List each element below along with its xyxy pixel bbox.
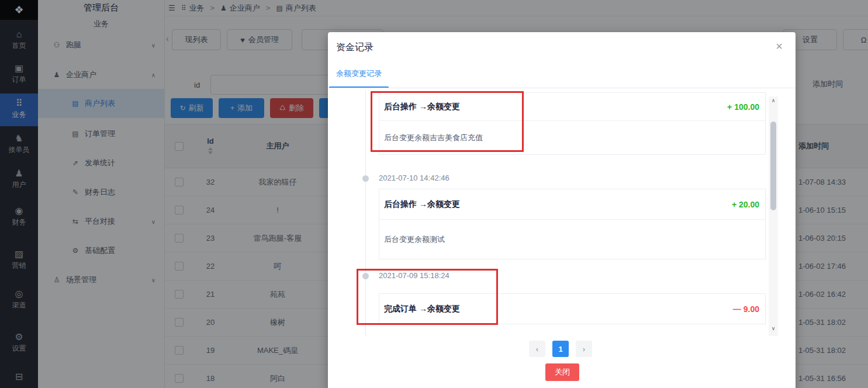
admin-screen: ❖ ⌂首页 ▣订单 ⠿业务 ♞接单员 ♟用户 ◉财务 ▨营销 ◎渠道 ⚙设置 ⊟… <box>0 0 868 388</box>
modal-close-button[interactable]: 关闭 <box>545 363 579 381</box>
tab-balance-change-records[interactable]: 余额变更记录 <box>336 68 382 79</box>
pagination-next[interactable]: › <box>576 341 592 357</box>
record-date: 2021-07-09 15:18:24 <box>379 271 449 280</box>
scroll-down-icon[interactable]: ∨ <box>769 325 778 335</box>
record-description: 后台变更余额吉吉美食店充值 <box>379 121 765 154</box>
scrollbar-thumb[interactable] <box>770 122 776 210</box>
scroll-up-icon[interactable]: ∧ <box>769 98 778 107</box>
record-card: 完成订单 →余额变更 — 9.00 <box>379 293 766 324</box>
record-amount: + 100.00 <box>727 102 759 112</box>
close-icon[interactable]: × <box>776 40 783 52</box>
record-card: 后台操作 →余额变更 + 20.00 后台变更余额测试 <box>379 189 766 259</box>
record-amount: — 9.00 <box>733 304 759 314</box>
fund-records-modal: 资金记录 × 余额变更记录 后台操作 →余额变更 + 100.00 后台变更余额… <box>328 32 796 388</box>
tab-divider <box>328 88 796 88</box>
timeline-dot <box>362 273 369 279</box>
record-title: 后台操作 →余额变更 <box>384 102 460 112</box>
pagination-page-1[interactable]: 1 <box>552 341 569 357</box>
record-amount: + 20.00 <box>732 200 759 209</box>
modal-title: 资金记录 <box>336 41 374 54</box>
record-date: 2021-07-10 14:42:46 <box>379 174 449 182</box>
modal-scrollbar[interactable]: ∧ ∨ <box>769 96 778 336</box>
pagination-prev[interactable]: ‹ <box>529 341 545 357</box>
timeline-dot <box>362 175 369 182</box>
timeline-line <box>365 91 366 336</box>
record-card: 后台操作 →余额变更 + 100.00 后台变更余额吉吉美食店充值 <box>379 92 766 155</box>
record-description: 后台变更余额测试 <box>379 220 765 259</box>
record-title: 完成订单 →余额变更 <box>384 304 460 314</box>
record-title: 后台操作 →余额变更 <box>384 199 460 210</box>
